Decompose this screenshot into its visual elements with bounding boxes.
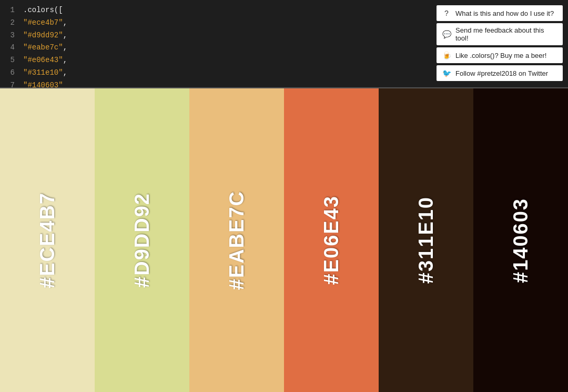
swatch-label: #EABE7C [226, 190, 248, 290]
color-swatch[interactable]: #311E10 [379, 88, 473, 392]
swatch-label: #ECE4B7 [36, 192, 59, 288]
color-swatch[interactable]: #E06E43 [284, 88, 379, 392]
info-btn-feedback[interactable]: 💬Send me feedback about this tool! [437, 23, 563, 45]
swatch-label: #E06E43 [320, 195, 343, 285]
code-text: .colors([ [23, 4, 63, 17]
line-number: 6 [0, 67, 15, 79]
code-text: "#e06e43", [23, 54, 67, 67]
line-number: 3 [0, 29, 15, 42]
swatch-label: #140603 [510, 198, 532, 283]
feedback-icon: 💬 [442, 29, 451, 39]
color-swatch[interactable]: #ECE4B7 [0, 88, 95, 392]
color-swatch[interactable]: #EABE7C [189, 88, 284, 392]
line-number: 5 [0, 54, 15, 67]
line-number: 2 [0, 17, 15, 29]
info-btn-help[interactable]: ?What is this and how do I use it? [437, 5, 563, 21]
swatch-label: #D9DD92 [131, 193, 154, 288]
color-swatch[interactable]: #140603 [473, 88, 568, 392]
help-label: What is this and how do I use it? [455, 9, 554, 17]
info-btn-twitter[interactable]: 🐦Follow #pretzel2018 on Twitter [437, 65, 563, 81]
twitter-icon: 🐦 [442, 68, 451, 78]
line-number: 4 [0, 42, 15, 54]
feedback-label: Send me feedback about this tool! [455, 26, 557, 42]
info-panel: ?What is this and how do I use it?💬Send … [437, 5, 563, 81]
swatch-label: #311E10 [415, 196, 438, 284]
line-number: 1 [0, 4, 15, 17]
code-text: "#d9dd92", [23, 29, 67, 42]
beer-label: Like .colors()? Buy me a beer! [455, 52, 546, 59]
info-btn-beer[interactable]: 🍺Like .colors()? Buy me a beer! [437, 47, 563, 63]
code-text: "#eabe7c", [23, 42, 67, 54]
code-text: "#311e10", [23, 67, 67, 79]
top-section: 1.colors([2"#ece4b7",3"#d9dd92",4"#eabe7… [0, 0, 568, 88]
code-text: "#ece4b7", [23, 17, 67, 29]
color-swatch[interactable]: #D9DD92 [95, 88, 189, 392]
beer-icon: 🍺 [442, 51, 451, 60]
swatches-section: #ECE4B7#D9DD92#EABE7C#E06E43#311E10#1406… [0, 88, 568, 392]
help-icon: ? [442, 8, 451, 18]
twitter-label: Follow #pretzel2018 on Twitter [455, 69, 548, 77]
